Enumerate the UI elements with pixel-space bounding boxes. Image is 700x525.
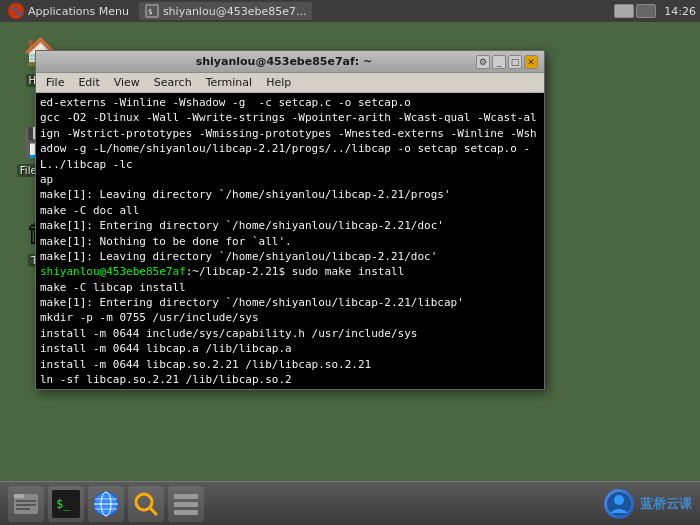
taskbar-terminal-label: shiyanlou@453ebe85e7... <box>163 5 307 18</box>
svg-rect-17 <box>174 502 198 507</box>
svg-text:$: $ <box>148 8 152 16</box>
menu-file[interactable]: File <box>40 74 70 91</box>
menu-view[interactable]: View <box>108 74 146 91</box>
svg-rect-4 <box>16 500 36 502</box>
svg-point-20 <box>614 495 624 505</box>
terminal-minimize-btn[interactable]: _ <box>492 55 506 69</box>
svg-text:$_: $_ <box>56 497 71 511</box>
bottom-taskbar-icons: $_ <box>8 486 204 522</box>
top-panel-left: 🐾 Applications Menu $ shiyanlou@453ebe85… <box>4 1 312 21</box>
terminal-titlebar[interactable]: shiyanlou@453ebe85e7af: ~ ⚙ _ □ ✕ <box>36 51 544 73</box>
svg-point-14 <box>136 494 152 510</box>
app-menu-icon: 🐾 <box>8 3 24 19</box>
panel-workspace-buttons <box>614 4 656 18</box>
taskbar-files-icon[interactable] <box>8 486 44 522</box>
clock: 14:26 <box>664 5 696 18</box>
menu-search[interactable]: Search <box>148 74 198 91</box>
terminal-window: shiyanlou@453ebe85e7af: ~ ⚙ _ □ ✕ File E… <box>35 50 545 390</box>
svg-rect-6 <box>16 508 30 510</box>
taskbar-terminal-icon: $ <box>145 4 159 18</box>
svg-rect-5 <box>16 504 36 506</box>
app-menu-label: Applications Menu <box>28 5 129 18</box>
workspace-btn-1[interactable] <box>614 4 634 18</box>
top-panel-right: 14:26 <box>614 4 696 18</box>
taskbar-browser-icon[interactable] <box>88 486 124 522</box>
brand-label: 蓝桥云课 <box>640 495 692 513</box>
menu-terminal[interactable]: Terminal <box>200 74 259 91</box>
terminal-close-btn[interactable]: ✕ <box>524 55 538 69</box>
workspace-btn-2[interactable] <box>636 4 656 18</box>
terminal-text: ed-externs -Winline -Wshadow -g -c setca… <box>40 95 540 389</box>
terminal-content[interactable]: ed-externs -Winline -Wshadow -g -c setca… <box>36 93 544 389</box>
menu-edit[interactable]: Edit <box>72 74 105 91</box>
terminal-title: shiyanlou@453ebe85e7af: ~ <box>92 55 476 68</box>
top-panel: 🐾 Applications Menu $ shiyanlou@453ebe85… <box>0 0 700 22</box>
desktop: 🏠 Ho... 💾 File Sy... 🗑 Tr... shiyanlou@4… <box>0 22 700 482</box>
terminal-controls: ⚙ _ □ ✕ <box>476 55 538 69</box>
svg-rect-18 <box>174 510 198 515</box>
taskbar-more-icon[interactable] <box>168 486 204 522</box>
svg-rect-16 <box>174 494 198 499</box>
svg-line-15 <box>150 508 157 515</box>
brand-area: 蓝桥云课 <box>604 489 692 519</box>
menu-help[interactable]: Help <box>260 74 297 91</box>
terminal-settings-btn[interactable]: ⚙ <box>476 55 490 69</box>
terminal-maximize-btn[interactable]: □ <box>508 55 522 69</box>
taskbar-search-icon[interactable] <box>128 486 164 522</box>
bottom-panel: $_ <box>0 481 700 525</box>
taskbar-terminal-item[interactable]: $ shiyanlou@453ebe85e7... <box>139 2 313 20</box>
svg-rect-3 <box>14 494 24 498</box>
taskbar-terminal-taskbar-icon[interactable]: $_ <box>48 486 84 522</box>
brand-logo-icon <box>604 489 634 519</box>
terminal-menubar: File Edit View Search Terminal Help <box>36 73 544 93</box>
applications-menu[interactable]: 🐾 Applications Menu <box>4 1 133 21</box>
